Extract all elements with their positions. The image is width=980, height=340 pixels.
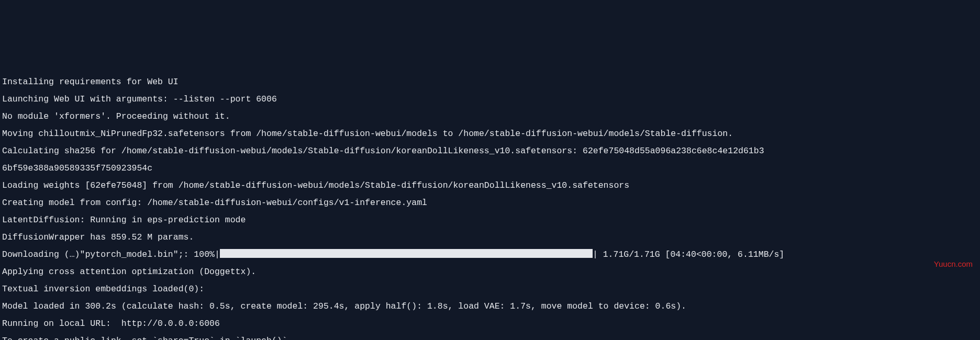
log-line: No module 'xformers'. Proceeding without… xyxy=(2,108,978,125)
log-line: To create a public link, set `share=True… xyxy=(2,332,978,340)
log-line: Loading weights [62efe75048] from /home/… xyxy=(2,177,978,194)
download-progress-line: Downloading (…)"pytorch_model.bin";: 100… xyxy=(2,246,978,263)
terminal-output: Installing requirements for Web UILaunch… xyxy=(2,73,978,340)
download-suffix: | 1.71G/1.71G [04:40<00:00, 6.11MB/s] xyxy=(593,250,784,259)
log-line: Model loaded in 300.2s (calculate hash: … xyxy=(2,298,978,315)
log-line: Calculating sha256 for /home/stable-diff… xyxy=(2,142,978,160)
log-line: Applying cross attention optimization (D… xyxy=(2,263,978,280)
watermark: Yuucn.com xyxy=(934,256,973,272)
log-line: Launching Web UI with arguments: --liste… xyxy=(2,90,978,108)
log-line: Textual inversion embeddings loaded(0): xyxy=(2,280,978,298)
log-line: 6bf59e388a90589335f750923954c xyxy=(2,160,978,177)
progress-bar xyxy=(220,249,593,258)
log-line: DiffusionWrapper has 859.52 M params. xyxy=(2,229,978,246)
log-line: Running on local URL: http://0.0.0.0:600… xyxy=(2,315,978,332)
log-line: LatentDiffusion: Running in eps-predicti… xyxy=(2,211,978,229)
log-line: Installing requirements for Web UI xyxy=(2,73,978,90)
log-line: Moving chilloutmix_NiPrunedFp32.safetens… xyxy=(2,125,978,142)
log-line: Creating model from config: /home/stable… xyxy=(2,194,978,211)
download-prefix: Downloading (…)"pytorch_model.bin";: 100… xyxy=(2,250,220,259)
